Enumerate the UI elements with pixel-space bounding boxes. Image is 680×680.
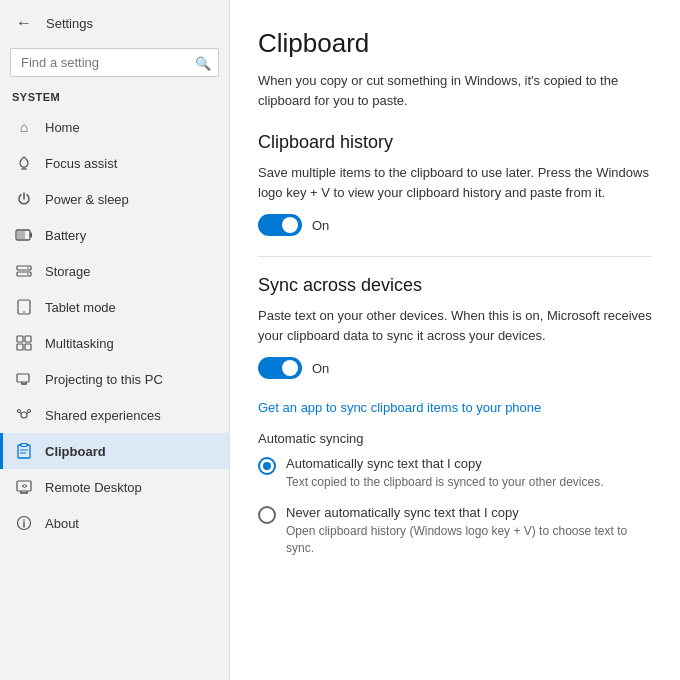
sidebar-item-label: Clipboard <box>45 444 217 459</box>
radio-option-auto-sync: Automatically sync text that I copy Text… <box>258 456 652 491</box>
search-box: 🔍 <box>10 48 219 77</box>
sidebar-item-multitasking[interactable]: Multitasking <box>0 325 229 361</box>
remote-desktop-icon <box>15 478 33 496</box>
search-input[interactable] <box>10 48 219 77</box>
svg-rect-10 <box>25 336 31 342</box>
sidebar-item-label: Home <box>45 120 217 135</box>
sidebar-item-about[interactable]: About <box>0 505 229 541</box>
svg-rect-4 <box>17 272 31 276</box>
back-button[interactable]: ← <box>12 11 36 35</box>
svg-rect-18 <box>21 444 27 447</box>
search-icon: 🔍 <box>195 55 211 70</box>
sidebar-item-label: Power & sleep <box>45 192 217 207</box>
power-icon <box>15 190 33 208</box>
svg-point-8 <box>23 311 25 313</box>
clipboard-history-description: Save multiple items to the clipboard to … <box>258 163 652 202</box>
svg-rect-13 <box>17 374 29 382</box>
clipboard-history-toggle[interactable] <box>258 214 302 236</box>
shared-experiences-icon <box>15 406 33 424</box>
svg-point-6 <box>27 273 29 275</box>
sidebar-item-storage[interactable]: Storage <box>0 253 229 289</box>
sidebar: ← Settings 🔍 System ⌂ Home Focus assist <box>0 0 230 680</box>
sidebar-item-remote-desktop[interactable]: Remote Desktop <box>0 469 229 505</box>
radio-auto-sync[interactable] <box>258 457 276 475</box>
svg-rect-9 <box>17 336 23 342</box>
sync-devices-title: Sync across devices <box>258 275 652 296</box>
multitasking-icon <box>15 334 33 352</box>
svg-rect-1 <box>30 233 32 238</box>
sync-devices-toggle-row: On <box>258 357 652 379</box>
about-icon <box>15 514 33 532</box>
home-icon: ⌂ <box>15 118 33 136</box>
sync-devices-toggle[interactable] <box>258 357 302 379</box>
main-content: Clipboard When you copy or cut something… <box>230 0 680 680</box>
sidebar-item-tablet-mode[interactable]: Tablet mode <box>0 289 229 325</box>
clipboard-history-toggle-row: On <box>258 214 652 236</box>
sidebar-header: ← Settings <box>0 0 229 44</box>
svg-rect-12 <box>25 344 31 350</box>
sidebar-item-home[interactable]: ⌂ Home <box>0 109 229 145</box>
clipboard-history-toggle-label: On <box>312 218 329 233</box>
sidebar-item-clipboard[interactable]: Clipboard <box>0 433 229 469</box>
sidebar-item-battery[interactable]: Battery <box>0 217 229 253</box>
sidebar-item-label: Remote Desktop <box>45 480 217 495</box>
radio-never-sync-sub: Open clipboard history (Windows logo key… <box>286 523 652 557</box>
section-divider <box>258 256 652 257</box>
app-title: Settings <box>46 16 93 31</box>
sync-phone-link[interactable]: Get an app to sync clipboard items to yo… <box>258 400 541 415</box>
svg-point-5 <box>27 267 29 269</box>
radio-auto-sync-text-block: Automatically sync text that I copy Text… <box>286 456 652 491</box>
sidebar-item-label: Shared experiences <box>45 408 217 423</box>
sidebar-item-power-sleep[interactable]: Power & sleep <box>0 181 229 217</box>
svg-rect-2 <box>17 231 25 239</box>
back-icon: ← <box>16 14 32 32</box>
radio-never-sync[interactable] <box>258 506 276 524</box>
sidebar-item-label: About <box>45 516 217 531</box>
sidebar-item-label: Projecting to this PC <box>45 372 217 387</box>
radio-never-sync-main: Never automatically sync text that I cop… <box>286 505 652 520</box>
sidebar-item-label: Battery <box>45 228 217 243</box>
sidebar-item-focus-assist[interactable]: Focus assist <box>0 145 229 181</box>
focus-assist-icon <box>15 154 33 172</box>
sidebar-item-shared-experiences[interactable]: Shared experiences <box>0 397 229 433</box>
tablet-icon <box>15 298 33 316</box>
radio-never-sync-text-block: Never automatically sync text that I cop… <box>286 505 652 557</box>
projecting-icon <box>15 370 33 388</box>
toggle-thumb <box>282 360 298 376</box>
battery-icon <box>15 226 33 244</box>
svg-point-21 <box>23 519 25 521</box>
sidebar-item-projecting[interactable]: Projecting to this PC <box>0 361 229 397</box>
clipboard-icon <box>15 442 33 460</box>
radio-auto-sync-sub: Text copied to the clipboard is synced t… <box>286 474 652 491</box>
sidebar-item-label: Focus assist <box>45 156 217 171</box>
sync-devices-toggle-label: On <box>312 361 329 376</box>
sidebar-section-label: System <box>0 87 229 109</box>
toggle-thumb <box>282 217 298 233</box>
sidebar-item-label: Storage <box>45 264 217 279</box>
svg-rect-19 <box>17 481 31 491</box>
sync-devices-description: Paste text on your other devices. When t… <box>258 306 652 345</box>
radio-option-never-sync: Never automatically sync text that I cop… <box>258 505 652 557</box>
svg-rect-3 <box>17 266 31 270</box>
storage-icon <box>15 262 33 280</box>
radio-auto-sync-main: Automatically sync text that I copy <box>286 456 652 471</box>
page-description: When you copy or cut something in Window… <box>258 71 652 110</box>
auto-syncing-label: Automatic syncing <box>258 431 652 446</box>
page-title: Clipboard <box>258 28 652 59</box>
sidebar-item-label: Tablet mode <box>45 300 217 315</box>
sidebar-item-label: Multitasking <box>45 336 217 351</box>
clipboard-history-title: Clipboard history <box>258 132 652 153</box>
svg-rect-11 <box>17 344 23 350</box>
svg-point-14 <box>21 412 27 418</box>
